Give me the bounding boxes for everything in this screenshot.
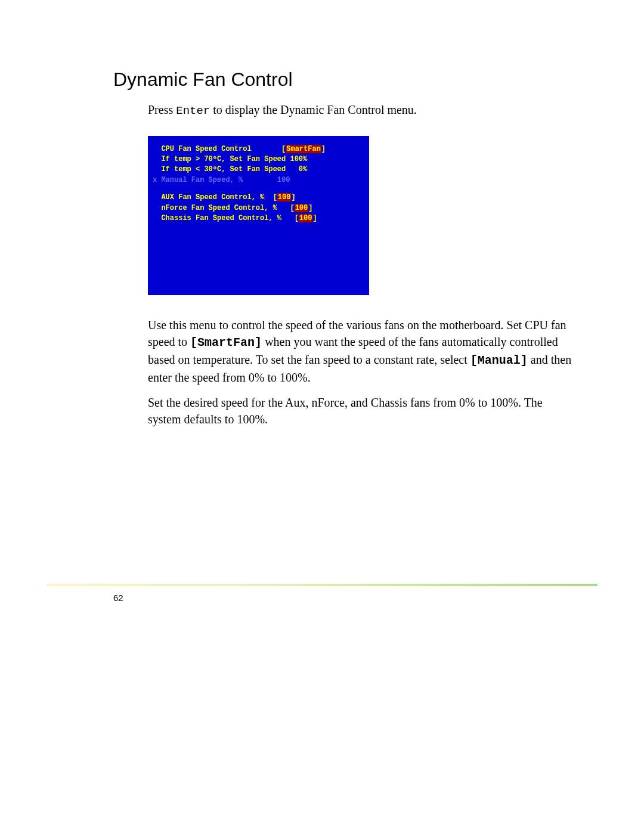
bios-row-manual: x Manual Fan Speed, % 100 [153, 175, 364, 185]
bios-chassis-label: Chassis Fan Speed Control, % [153, 214, 295, 222]
intro-text-pre: Press [148, 103, 176, 116]
smartfan-literal: [SmartFan] [190, 336, 262, 349]
bios-row-cpu: CPU Fan Speed Control [SmartFan] [153, 144, 364, 154]
bios-row-temp-low: If temp < 30ºC, Set Fan Speed 0% [153, 165, 364, 175]
manual-literal: [Manual] [470, 354, 528, 367]
intro-text-post: to display the Dynamic Fan Control menu. [210, 103, 417, 116]
bios-cpu-value: SmartFan [286, 145, 321, 153]
bios-nforce-label: nForce Fan Speed Control, % [153, 204, 290, 212]
body-text: Use this menu to control the speed of th… [148, 317, 578, 428]
bios-aux-value: 100 [277, 193, 292, 202]
bios-nforce-value: 100 [295, 204, 309, 212]
bios-cpu-label: CPU Fan Speed Control [153, 145, 281, 153]
footer-divider [47, 584, 597, 586]
bios-chassis-value: 100 [299, 214, 313, 222]
bios-blank [153, 185, 364, 193]
bios-row-aux: AUX Fan Speed Control, % [100] [153, 193, 364, 203]
page-number: 62 [113, 593, 123, 603]
bios-row-chassis: Chassis Fan Speed Control, % [100] [153, 213, 364, 224]
bios-row-temp-high: If temp > 70ºC, Set Fan Speed 100% [153, 154, 364, 165]
bios-row-nforce: nForce Fan Speed Control, % [100] [153, 203, 364, 213]
bios-menu: CPU Fan Speed Control [SmartFan] If temp… [148, 136, 369, 296]
section-heading: Dynamic Fan Control [113, 69, 584, 91]
paragraph-1: Use this menu to control the speed of th… [148, 317, 578, 386]
enter-key: Enter [176, 104, 210, 117]
page-content: Dynamic Fan Control Press Enter to displ… [0, 0, 644, 428]
paragraph-2: Set the desired speed for the Aux, nForc… [148, 394, 578, 428]
bios-aux-label: AUX Fan Speed Control, % [153, 193, 273, 202]
intro-paragraph: Press Enter to display the Dynamic Fan C… [148, 101, 584, 119]
